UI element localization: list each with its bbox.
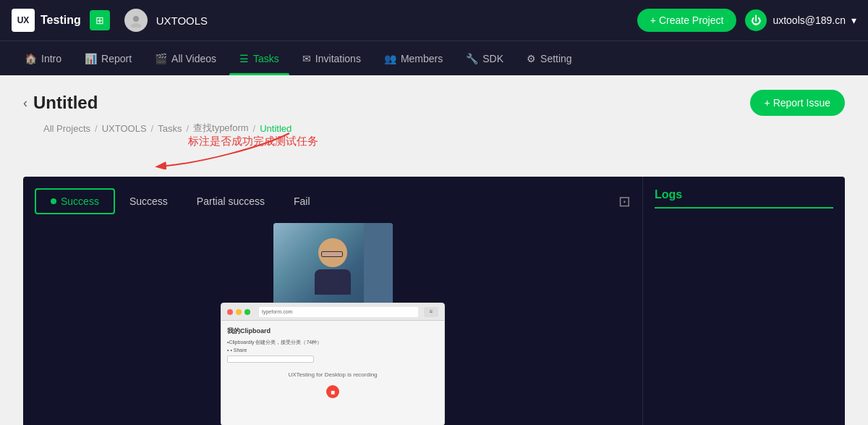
- browser-menu-icon: ≡: [424, 307, 438, 317]
- avatar: [124, 9, 148, 32]
- apps-icon[interactable]: ⊞: [90, 10, 110, 30]
- tab-success[interactable]: Success: [115, 190, 182, 213]
- topbar: UX Testing ⊞ UXTOOLS + Create Project ⏻ …: [0, 0, 868, 41]
- app-name: Testing: [41, 14, 81, 27]
- main-panel: Success Success Partial success Fail ⊡: [23, 177, 845, 425]
- screen-form-row1: •Clipboardly 创建分类，接受分类（74种）: [227, 339, 438, 346]
- screen-input-field: [227, 355, 314, 363]
- screen-form: •Clipboardly 创建分类，接受分类（74种） • • Share: [227, 339, 438, 353]
- annotation-text: 标注是否成功完成测试任务: [188, 135, 318, 148]
- logo-ux-text: UX: [17, 15, 30, 25]
- logo-area: UX Testing: [12, 9, 81, 32]
- screen-recording-notice: UXTesting for Desktop is recording: [227, 371, 438, 378]
- page-content: ‹ Untitled + Report Issue All Projects /…: [0, 75, 868, 177]
- logo-icon: UX: [12, 9, 35, 32]
- page-title-area: ‹ Untitled: [23, 93, 98, 113]
- browser-maximize-dot: [244, 309, 250, 315]
- tasks-icon: ☰: [239, 53, 249, 64]
- sdk-icon: 🔧: [466, 53, 478, 64]
- glasses: [321, 251, 343, 257]
- svg-point-0: [133, 16, 139, 22]
- secondary-nav: 🏠 Intro 📊 Report 🎬 All Videos ☰ Tasks ✉ …: [0, 41, 868, 75]
- screen-title: 我的Clipboard: [227, 327, 438, 336]
- nav-tasks[interactable]: ☰ Tasks: [229, 41, 289, 75]
- screen-record-button: ■: [326, 385, 339, 398]
- breadcrumb-uxtools[interactable]: UXTOOLS: [102, 123, 147, 134]
- user-menu[interactable]: ⏻ uxtools@189.cn ▾: [745, 9, 856, 31]
- chevron-down-icon: ▾: [851, 14, 856, 26]
- annotation-row: 标注是否成功完成测试任务: [43, 140, 845, 162]
- screenshot-icon[interactable]: ⊡: [618, 193, 631, 210]
- person-body: [315, 269, 351, 295]
- invitations-icon: ✉: [302, 53, 311, 64]
- webcam-inner: [273, 223, 393, 310]
- video-icon: 🎬: [155, 53, 167, 64]
- members-icon: 👥: [384, 53, 396, 64]
- person-head: [318, 238, 347, 267]
- browser-url-bar: typeform.com: [259, 307, 418, 317]
- page-title: Untitled: [33, 93, 98, 113]
- screen-top-bar: typeform.com ≡: [221, 303, 444, 321]
- browser-close-dot: [227, 309, 233, 315]
- nav-all-videos[interactable]: 🎬 All Videos: [145, 41, 226, 75]
- tab-bar-right: ⊡: [618, 193, 631, 210]
- nav-report[interactable]: 📊 Report: [75, 41, 142, 75]
- setting-icon: ⚙: [527, 53, 536, 64]
- back-button[interactable]: ‹: [23, 96, 27, 111]
- tab-bar: Success Success Partial success Fail ⊡: [35, 188, 631, 214]
- nav-setting[interactable]: ⚙ Setting: [516, 41, 582, 75]
- tab-partial[interactable]: Partial success: [182, 190, 279, 213]
- background-curtain: [364, 223, 393, 310]
- person-silhouette: [315, 238, 351, 295]
- home-icon: 🏠: [25, 53, 37, 64]
- success-dot: [51, 198, 56, 204]
- tab-fail[interactable]: Fail: [279, 190, 325, 213]
- nav-invitations[interactable]: ✉ Invitations: [292, 41, 371, 75]
- screen-content: 我的Clipboard •Clipboardly 创建分类，接受分类（74种） …: [221, 321, 444, 408]
- page-header: ‹ Untitled + Report Issue: [23, 90, 845, 116]
- browser-minimize-dot: [236, 309, 242, 315]
- logs-panel: Logs: [642, 177, 845, 425]
- screen-form-row2: • • Share: [227, 348, 438, 353]
- logs-title: Logs: [655, 188, 833, 209]
- report-icon: 📊: [85, 53, 97, 64]
- report-issue-button[interactable]: + Report Issue: [750, 90, 845, 116]
- screen-recording: typeform.com ≡ 我的Clipboard •Clipboardly …: [221, 303, 445, 425]
- video-content: typeform.com ≡ 我的Clipboard •Clipboardly …: [35, 223, 631, 425]
- svg-point-1: [131, 23, 141, 28]
- tab-success-active-label: Success: [61, 195, 99, 207]
- tab-success-active[interactable]: Success: [35, 188, 115, 214]
- webcam-preview: [273, 223, 393, 310]
- user-icon: ⏻: [745, 9, 767, 31]
- nav-sdk[interactable]: 🔧 SDK: [456, 41, 514, 75]
- org-name: UXTOOLS: [156, 14, 208, 27]
- create-project-button[interactable]: + Create Project: [637, 9, 737, 32]
- nav-intro[interactable]: 🏠 Intro: [14, 41, 72, 75]
- breadcrumb-sep1: /: [95, 123, 98, 134]
- user-email: uxtools@189.cn: [773, 14, 846, 26]
- breadcrumb-all-projects[interactable]: All Projects: [43, 123, 90, 134]
- nav-members[interactable]: 👥 Members: [374, 41, 453, 75]
- video-area: Success Success Partial success Fail ⊡: [23, 177, 642, 425]
